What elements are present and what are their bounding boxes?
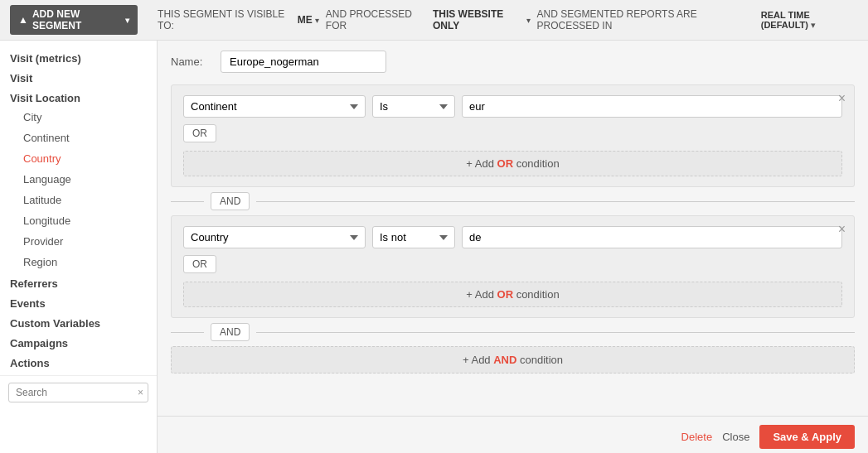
and-connector-2: AND bbox=[171, 323, 855, 341]
add-and-condition[interactable]: + Add AND condition bbox=[171, 346, 855, 373]
sidebar-item-custom-variables[interactable]: Custom Variables bbox=[0, 312, 157, 332]
clear-search-icon[interactable]: × bbox=[138, 387, 143, 398]
processed-prefix: AND PROCESSED FOR bbox=[326, 8, 426, 31]
add-segment-label: ADD NEW SEGMENT bbox=[32, 8, 121, 31]
value-input-2[interactable] bbox=[462, 226, 842, 248]
name-label: Name: bbox=[171, 55, 212, 68]
sidebar-item-continent[interactable]: Continent bbox=[0, 128, 157, 148]
reports-value: REAL TIME (DEFAULT) ▾ bbox=[761, 10, 858, 31]
sidebar-item-language[interactable]: Language bbox=[0, 169, 157, 190]
visible-to-caret: ▾ bbox=[315, 16, 319, 25]
or-btn-row-1: OR bbox=[183, 124, 842, 142]
close-condition-1[interactable]: × bbox=[838, 92, 846, 105]
field-select-1[interactable]: Continent bbox=[183, 95, 366, 118]
condition-block-2: Country Is not × OR + Add OR condition bbox=[171, 215, 855, 318]
sidebar-item-region[interactable]: Region bbox=[0, 252, 157, 272]
sidebar-item-visit-location[interactable]: Visit Location bbox=[0, 87, 157, 107]
delete-button[interactable]: Delete bbox=[681, 431, 713, 443]
search-input[interactable] bbox=[8, 383, 148, 402]
sidebar-item-longitude[interactable]: Longitude bbox=[0, 210, 157, 231]
operator-select-1[interactable]: Is bbox=[372, 95, 455, 118]
search-container: × bbox=[0, 375, 157, 409]
visible-to-dropdown[interactable]: ME ▾ bbox=[298, 14, 319, 26]
sidebar-item-city[interactable]: City bbox=[0, 107, 157, 128]
condition-row-1: Continent Is × bbox=[183, 95, 842, 118]
and-line-left bbox=[171, 201, 204, 202]
main-layout: Visit (metrics) Visit Visit Location Cit… bbox=[0, 41, 868, 453]
or-btn-row-2: OR bbox=[183, 255, 842, 273]
processed-value: THIS WEBSITE ONLY bbox=[433, 8, 524, 31]
and-line-2-left bbox=[171, 332, 204, 333]
save-apply-button[interactable]: Save & Apply bbox=[759, 425, 855, 449]
add-segment-button[interactable]: ▲ ADD NEW SEGMENT ▾ bbox=[10, 5, 138, 35]
sidebar-item-provider[interactable]: Provider bbox=[0, 231, 157, 252]
and-line-2-right bbox=[256, 332, 855, 333]
sidebar-item-visit-metrics[interactable]: Visit (metrics) bbox=[0, 47, 157, 67]
content-area: Name: Continent Is × OR + Add OR conditi… bbox=[158, 41, 868, 453]
segment-name-input[interactable] bbox=[221, 51, 386, 73]
condition-block-1: Continent Is × OR + Add OR condition bbox=[171, 84, 855, 187]
visible-to-value: ME bbox=[298, 14, 313, 26]
and-badge-2: AND bbox=[211, 323, 250, 341]
add-or-condition-1[interactable]: + Add OR condition bbox=[183, 151, 842, 176]
reports-caret[interactable]: ▾ bbox=[811, 20, 816, 30]
or-button-1[interactable]: OR bbox=[183, 124, 216, 142]
value-input-1[interactable] bbox=[462, 95, 842, 118]
operator-select-2[interactable]: Is not bbox=[372, 226, 455, 248]
sidebar-item-events[interactable]: Events bbox=[0, 292, 157, 312]
add-or-condition-2[interactable]: + Add OR condition bbox=[183, 282, 842, 307]
condition-row-2: Country Is not × bbox=[183, 226, 842, 248]
processed-dropdown[interactable]: THIS WEBSITE ONLY ▾ bbox=[433, 8, 531, 31]
sidebar-item-campaigns[interactable]: Campaigns bbox=[0, 332, 157, 352]
close-button[interactable]: Close bbox=[722, 431, 749, 443]
name-row: Name: bbox=[171, 51, 855, 73]
field-select-2[interactable]: Country bbox=[183, 226, 366, 248]
footer: Delete Close Save & Apply bbox=[158, 416, 868, 453]
reports-prefix: AND SEGMENTED REPORTS ARE PROCESSED IN bbox=[537, 8, 754, 31]
close-condition-2[interactable]: × bbox=[838, 223, 846, 236]
sidebar-item-country[interactable]: Country bbox=[0, 148, 157, 169]
and-connector-1: AND bbox=[171, 192, 855, 210]
sidebar-item-latitude[interactable]: Latitude bbox=[0, 190, 157, 210]
plus-icon: ▲ bbox=[18, 14, 28, 26]
processed-caret: ▾ bbox=[526, 16, 531, 25]
and-badge: AND bbox=[211, 192, 250, 210]
sidebar-item-actions[interactable]: Actions bbox=[0, 352, 157, 372]
sidebar-item-referrers[interactable]: Referrers bbox=[0, 272, 157, 292]
sidebar-item-visit[interactable]: Visit bbox=[0, 67, 157, 87]
and-line-right bbox=[256, 201, 855, 202]
top-bar: ▲ ADD NEW SEGMENT ▾ THIS SEGMENT IS VISI… bbox=[0, 0, 868, 41]
or-button-2[interactable]: OR bbox=[183, 255, 216, 273]
visible-to-prefix: THIS SEGMENT IS VISIBLE TO: bbox=[158, 8, 291, 31]
caret-icon: ▾ bbox=[125, 16, 129, 25]
sidebar: Visit (metrics) Visit Visit Location Cit… bbox=[0, 41, 158, 453]
